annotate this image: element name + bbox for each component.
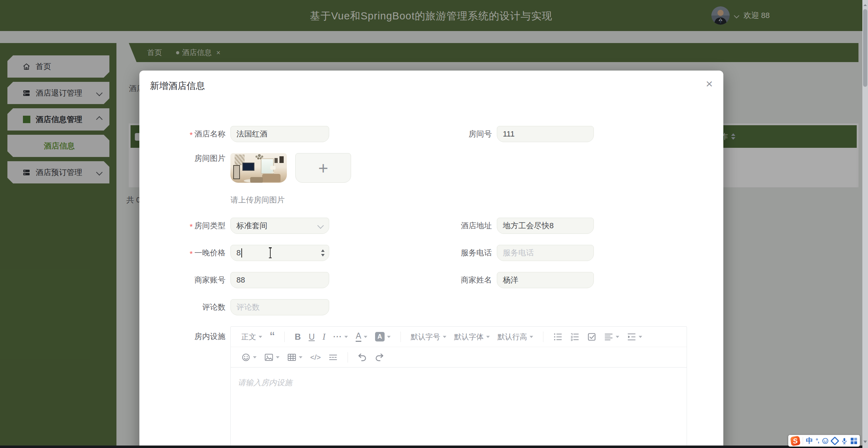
- toolbar-font-family-button[interactable]: 默认字体: [454, 332, 490, 342]
- chevron-down-icon: [317, 222, 324, 229]
- dropdown-caret-icon: [530, 336, 533, 340]
- todo-checkbox-icon: [587, 332, 596, 341]
- rich-text-editor: 正文 “ B U I ··· A A: [230, 326, 687, 448]
- editor-placeholder: 请输入房内设施: [238, 378, 292, 387]
- add-hotel-dialog: 新增酒店信息 × * 酒店名称 房间号: [139, 71, 723, 448]
- hotel-address-label: 酒店地址: [329, 220, 497, 231]
- toolbar-indent-button[interactable]: [627, 332, 642, 341]
- stepper-down-icon[interactable]: [321, 254, 325, 258]
- toolbar-code-button[interactable]: </>: [310, 353, 321, 362]
- hotel-name-label: * 酒店名称: [139, 129, 230, 140]
- price-input[interactable]: 8: [230, 245, 329, 261]
- room-no-label: 房间号: [329, 129, 497, 139]
- dropdown-caret-icon: [639, 336, 642, 340]
- editor-content-area[interactable]: 请输入房内设施: [231, 368, 687, 448]
- hotel-address-input[interactable]: [497, 218, 594, 234]
- ime-voice-button[interactable]: [841, 437, 848, 444]
- ime-toolbox-button[interactable]: [851, 438, 857, 444]
- dropdown-caret-icon: [259, 336, 262, 340]
- required-star: *: [189, 222, 193, 231]
- number-stepper[interactable]: [321, 248, 325, 258]
- facilities-label: 房内设施: [139, 326, 230, 342]
- room-image-label: 房间图片: [139, 153, 230, 164]
- toolbar-divider-button[interactable]: [328, 353, 338, 362]
- table-icon: [287, 353, 296, 362]
- toolbar-highlight-color-button[interactable]: A: [375, 332, 391, 341]
- hotel-name-input[interactable]: [230, 126, 329, 142]
- room-image-thumbnail[interactable]: [230, 153, 287, 183]
- toolbar-todo-button[interactable]: [587, 332, 596, 341]
- toolbar-separator: [400, 332, 401, 342]
- ibeam-cursor: [270, 248, 271, 258]
- toolbar-emoji-button[interactable]: [241, 353, 257, 362]
- toolbar-redo-button[interactable]: [375, 353, 384, 362]
- price-label: * 一晚价格: [139, 248, 230, 259]
- dialog-title: 新增酒店信息: [150, 80, 205, 91]
- toolbar-line-height-button[interactable]: 默认行高: [498, 332, 533, 342]
- service-phone-input[interactable]: [497, 245, 594, 261]
- dialog-header: 新增酒店信息 ×: [139, 71, 723, 92]
- dropdown-caret-icon: [276, 356, 279, 360]
- required-star: *: [189, 131, 193, 140]
- browser-scrollbar[interactable]: [862, 0, 868, 448]
- comment-count-label: 评论数: [139, 302, 230, 313]
- toolbar-align-button[interactable]: [604, 332, 619, 341]
- toolbar-image-button[interactable]: [264, 353, 279, 362]
- dropdown-caret-icon: [443, 336, 446, 340]
- toolbar-font-size-button[interactable]: 默认字号: [411, 332, 446, 342]
- sogou-logo-icon[interactable]: S: [790, 436, 800, 446]
- undo-icon: [358, 353, 367, 362]
- dialog-close-button[interactable]: ×: [706, 78, 713, 90]
- merchant-name-input[interactable]: [497, 272, 594, 288]
- toolbar-table-button[interactable]: [287, 353, 302, 362]
- room-no-input[interactable]: [497, 126, 594, 142]
- scrollbar-down-arrow-icon[interactable]: [863, 441, 867, 445]
- editor-toolbar-row-1: 正文 “ B U I ··· A A: [231, 327, 687, 347]
- dropdown-caret-icon: [364, 336, 367, 340]
- screen: 基于Vue和SpringBoot的旅游管理系统的设计与实现: [0, 0, 868, 448]
- screen-bottom-edge: [0, 446, 868, 448]
- plus-icon: +: [318, 158, 328, 178]
- toolbar-separator: [284, 332, 285, 342]
- scrollbar-thumb[interactable]: [863, 9, 867, 87]
- toolbar-font-color-button[interactable]: A: [356, 332, 367, 341]
- toolbar-quote-button[interactable]: “: [270, 330, 275, 344]
- grid-icon: [851, 438, 857, 444]
- image-icon: [264, 353, 273, 362]
- redo-icon: [375, 353, 384, 362]
- eraser-icon: [830, 436, 839, 445]
- text-caret: [241, 248, 242, 258]
- dropdown-caret-icon: [387, 336, 391, 340]
- required-star: *: [189, 249, 193, 259]
- indent-icon: [627, 332, 636, 341]
- toolbar-undo-button[interactable]: [358, 353, 367, 362]
- toolbar-ordered-list-button[interactable]: [570, 332, 579, 341]
- input-method-toolbar: S 中 °,: [788, 435, 860, 447]
- comment-count-input[interactable]: [230, 299, 329, 315]
- toolbar-bold-button[interactable]: B: [295, 332, 301, 342]
- stepper-up-icon[interactable]: [321, 248, 325, 252]
- dropdown-caret-icon: [299, 356, 302, 360]
- toolbar-more-styles-button[interactable]: ···: [333, 332, 348, 341]
- scrollbar-up-arrow-icon[interactable]: [863, 2, 867, 6]
- toolbar-separator: [348, 352, 348, 363]
- dropdown-caret-icon: [616, 336, 619, 340]
- room-type-label: * 房间类型: [139, 220, 230, 231]
- ime-handwriting-button[interactable]: [832, 438, 838, 444]
- upload-plus-button[interactable]: +: [295, 153, 351, 183]
- toolbar-underline-button[interactable]: U: [309, 332, 315, 342]
- bullet-list-icon: [553, 332, 562, 341]
- toolbar-separator: [803, 437, 803, 445]
- editor-toolbar-row-2: </>: [231, 347, 687, 368]
- hotel-form: * 酒店名称 房间号 房间图片: [139, 126, 723, 448]
- ime-punctuation-button[interactable]: °,: [816, 438, 819, 444]
- room-type-select[interactable]: 标准套间: [230, 218, 329, 234]
- emoji-icon: [241, 353, 251, 362]
- merchant-account-input[interactable]: [230, 272, 329, 288]
- ime-emoji-button[interactable]: [822, 437, 829, 444]
- toolbar-bullet-list-button[interactable]: [553, 332, 562, 341]
- ime-language-button[interactable]: 中: [806, 436, 813, 446]
- toolbar-paragraph-button[interactable]: 正文: [241, 332, 262, 342]
- upload-tip: 请上传房间图片: [230, 195, 285, 205]
- toolbar-italic-button[interactable]: I: [323, 332, 325, 342]
